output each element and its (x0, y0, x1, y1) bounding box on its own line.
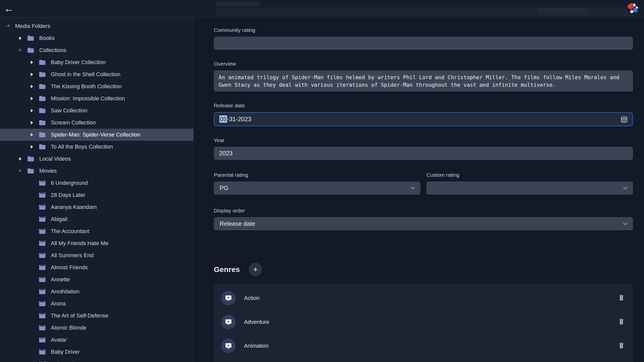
folder-icon (38, 119, 47, 126)
tree-item-label: Babyteeth (51, 361, 76, 362)
genre-name: Animation (244, 343, 617, 349)
sidebar-tree-item[interactable]: All My Friends Hate Me (0, 237, 193, 249)
delete-genre-button[interactable] (617, 293, 625, 303)
custom-rating-select[interactable] (426, 182, 633, 195)
sidebar-tree-item[interactable]: Annette (0, 274, 193, 286)
sidebar-tree-item[interactable]: Atomic Blonde (0, 322, 193, 334)
tree-item-label: All My Friends Hate Me (51, 240, 108, 247)
sidebar-tree-item[interactable]: Scream Collection (0, 117, 193, 129)
genre-avatar (221, 291, 235, 305)
tree-item-label: 6 Underground (51, 180, 88, 186)
expander-icon[interactable] (29, 73, 35, 76)
movie-icon (38, 203, 47, 211)
movie-icon (38, 264, 47, 271)
sidebar-tree-item[interactable]: Avatar (0, 334, 193, 346)
tree-item-label: Scream Collection (51, 119, 96, 126)
tree-item-label: Annihilation (51, 288, 79, 295)
chevron-down-icon (410, 186, 416, 190)
delete-genre-button[interactable] (617, 317, 625, 327)
movie-icon (38, 324, 47, 332)
year-input[interactable] (214, 147, 633, 160)
sidebar-tree-item[interactable]: Media Folders (0, 20, 193, 32)
sidebar-tree-item[interactable]: Books (0, 32, 193, 44)
sidebar-tree-item[interactable]: Baby Driver Collection (0, 56, 193, 68)
folder-icon (38, 131, 47, 139)
tree-item-label: Annette (51, 276, 70, 283)
video-display-icon (225, 295, 232, 301)
back-button[interactable]: ← (0, 0, 18, 18)
parental-rating-select[interactable]: PG (214, 182, 420, 195)
tree-item-label: Aaranya Kaandam (51, 204, 97, 210)
folder-icon (38, 95, 47, 102)
display-order-select[interactable]: Release date (214, 217, 633, 230)
tree-item-label: To All the Boys Collection (51, 144, 113, 150)
user-avatar[interactable] (627, 3, 638, 15)
tree-item-label: Atomic Blonde (51, 325, 87, 331)
sidebar-tree-item[interactable]: Babyteeth (0, 358, 193, 362)
expander-icon[interactable] (29, 97, 35, 100)
video-display-icon (225, 319, 232, 325)
expander-icon[interactable] (29, 109, 35, 112)
sidebar-tree-item[interactable]: The Kissing Booth Collection (0, 80, 193, 93)
expander-icon[interactable] (6, 24, 12, 28)
page-body: Media Folders Books Collections Baby Dri… (0, 18, 644, 362)
parental-rating-value: PG (220, 185, 228, 192)
tree-item-label: 28 Days Later (51, 192, 85, 198)
overview-textarea[interactable]: An animated trilogy of Spider-Man films … (214, 70, 633, 92)
sidebar-tree-item[interactable]: Saw Collection (0, 105, 193, 117)
sidebar-tree-item[interactable]: Aaranya Kaandam (0, 201, 193, 213)
sidebar-tree-item[interactable]: Annihilation (0, 286, 193, 298)
add-genre-button[interactable]: + (249, 263, 262, 276)
tree-item-label: Books (39, 35, 55, 41)
expander-icon[interactable] (29, 121, 35, 124)
genre-name: Adventure (244, 319, 617, 325)
genre-row: Action (214, 286, 633, 310)
sidebar-tree-item[interactable]: To All the Boys Collection (0, 141, 193, 153)
sidebar-tree-item[interactable]: Collections (0, 44, 193, 56)
sidebar-tree-item[interactable]: Ghost in the Shell Collection (0, 68, 193, 80)
media-folder-tree: Media Folders Books Collections Baby Dri… (0, 18, 194, 362)
date-remainder: -31-2023 (227, 116, 251, 122)
expander-icon[interactable] (29, 85, 35, 88)
sidebar-tree-item[interactable]: Anora (0, 298, 193, 310)
tree-item-label: Media Folders (15, 23, 50, 29)
movie-icon (38, 252, 47, 259)
movie-icon (38, 179, 47, 187)
expander-icon[interactable] (29, 145, 35, 149)
community-rating-label: Community rating (214, 27, 633, 33)
tree-item-label: All Summers End (51, 252, 94, 259)
sidebar-tree-item[interactable]: 28 Days Later (0, 189, 193, 201)
sidebar-tree-item[interactable]: Mission: Impossible Collection (0, 93, 193, 105)
sidebar-tree-item[interactable]: The Art of Self-Defense (0, 310, 193, 322)
tree-item-label: The Kissing Booth Collection (51, 83, 122, 90)
delete-genre-button[interactable] (617, 341, 625, 350)
expander-icon[interactable] (29, 61, 35, 64)
obscured-scrolled-content (538, 8, 589, 15)
sidebar-tree-item[interactable]: 6 Underground (0, 177, 193, 189)
tree-item-label: Saw Collection (51, 107, 88, 114)
expander-icon[interactable] (18, 169, 23, 173)
sidebar-tree-item[interactable]: Almost Friends (0, 261, 193, 274)
obscured-scrolled-label (216, 1, 260, 6)
sidebar-tree-item[interactable]: Spider-Man: Spider-Verse Collection (0, 129, 193, 141)
expander-icon[interactable] (18, 49, 23, 52)
movie-icon (38, 191, 47, 199)
folder-icon (27, 47, 35, 54)
movie-icon (38, 276, 47, 283)
tree-item-label: Anora (51, 300, 66, 307)
expander-icon[interactable] (29, 133, 35, 137)
expander-icon[interactable] (18, 157, 23, 161)
sidebar-tree-item[interactable]: Abigail (0, 213, 193, 225)
folder-icon (27, 155, 35, 163)
expander-icon[interactable] (18, 36, 23, 40)
sidebar-tree-item[interactable]: The Accountant (0, 225, 193, 237)
community-rating-input[interactable] (214, 37, 633, 50)
tree-item-label: Spider-Man: Spider-Verse Collection (51, 131, 140, 138)
sidebar-tree-item[interactable]: Movies (0, 165, 193, 177)
app-header: ← (0, 0, 644, 18)
sidebar-tree-item[interactable]: Baby Driver (0, 346, 193, 358)
sidebar-tree-item[interactable]: Local Videos (0, 153, 193, 165)
calendar-icon[interactable] (620, 116, 628, 123)
sidebar-tree-item[interactable]: All Summers End (0, 249, 193, 261)
release-date-input[interactable]: 05-31-2023 (214, 112, 633, 126)
